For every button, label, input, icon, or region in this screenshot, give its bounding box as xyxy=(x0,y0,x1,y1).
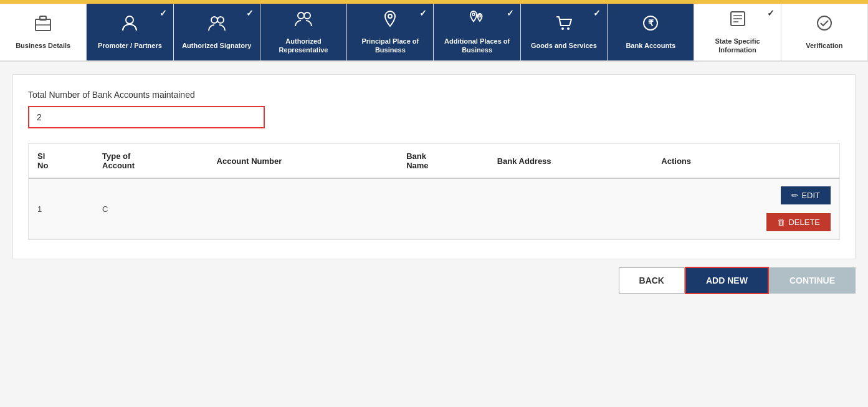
col-sl-no: SlNo xyxy=(29,144,93,178)
total-bank-accounts-input[interactable] xyxy=(28,106,265,128)
tab-verification[interactable]: Verification xyxy=(781,4,868,60)
svg-rect-1 xyxy=(40,16,46,20)
cell-account-number xyxy=(208,178,398,239)
tab-promoter-partners[interactable]: ✓ Promoter / Partners xyxy=(87,4,173,60)
back-button[interactable]: BACK xyxy=(619,267,685,294)
cell-type-account: C xyxy=(93,178,208,239)
svg-point-7 xyxy=(304,12,310,19)
tab-bank-accounts[interactable]: ₹ Bank Accounts xyxy=(608,4,694,60)
edit-button[interactable]: ✏ EDIT xyxy=(781,186,831,204)
tab-bank-label: Bank Accounts xyxy=(626,41,675,50)
svg-point-3 xyxy=(126,16,133,24)
state-icon xyxy=(729,10,746,33)
principal-checkmark: ✓ xyxy=(419,7,427,19)
svg-text:₹: ₹ xyxy=(648,18,654,28)
cell-bank-name xyxy=(398,178,489,239)
svg-point-4 xyxy=(211,17,217,23)
bank-accounts-table: SlNo Type ofAccount Account Number BankN… xyxy=(29,144,839,239)
tab-signatory-label: Authorized Signatory xyxy=(182,41,251,50)
col-bank-name: BankName xyxy=(398,144,489,178)
signatory-icon xyxy=(207,14,226,37)
delete-label: DELETE xyxy=(788,218,820,227)
additional-icon xyxy=(469,10,486,33)
cell-bank-address xyxy=(489,178,653,239)
svg-point-8 xyxy=(388,14,392,18)
cell-sl-no: 1 xyxy=(29,178,93,239)
svg-point-19 xyxy=(818,16,831,30)
action-buttons: ✏ EDIT 🗑 DELETE xyxy=(661,186,831,231)
state-checkmark: ✓ xyxy=(767,7,775,19)
promoter-checkmark: ✓ xyxy=(160,7,167,19)
col-type-account: Type ofAccount xyxy=(93,144,208,178)
business-details-icon xyxy=(34,14,52,37)
edit-icon: ✏ xyxy=(791,191,798,200)
svg-point-11 xyxy=(561,27,564,30)
tab-goods-services[interactable]: ✓ Goods and Services xyxy=(521,4,608,60)
edit-label: EDIT xyxy=(801,191,820,200)
col-bank-address: Bank Address xyxy=(489,144,653,178)
tab-promoter-label: Promoter / Partners xyxy=(98,41,162,50)
tab-principal-place[interactable]: ✓ Principal Place of Business xyxy=(347,4,434,60)
goods-checkmark: ✓ xyxy=(593,7,601,19)
bank-accounts-table-container: SlNo Type ofAccount Account Number BankN… xyxy=(28,143,840,240)
tab-rep-label: Authorized Representative xyxy=(264,37,343,55)
tab-verification-label: Verification xyxy=(806,41,842,50)
goods-icon xyxy=(555,14,573,37)
tab-state-label: State Specific Information xyxy=(698,37,776,55)
svg-point-10 xyxy=(479,15,481,17)
tab-additional-places[interactable]: ✓ Additional Places of Business xyxy=(434,4,520,60)
tab-business-details[interactable]: Business Details xyxy=(0,4,87,60)
svg-point-12 xyxy=(567,27,570,30)
tab-additional-label: Additional Places of Business xyxy=(437,37,516,55)
col-account-number: Account Number xyxy=(208,144,398,178)
tab-state-specific[interactable]: ✓ State Specific Information xyxy=(694,4,781,60)
rep-icon xyxy=(294,10,313,33)
bank-icon: ₹ xyxy=(642,14,659,37)
promoter-icon xyxy=(120,14,139,37)
nav-tabs: Business Details ✓ Promoter / Partners ✓… xyxy=(0,4,868,62)
tab-principal-label: Principal Place of Business xyxy=(351,37,429,55)
total-bank-label: Total Number of Bank Accounts maintained xyxy=(28,90,840,100)
svg-point-5 xyxy=(217,17,224,23)
content-area: Total Number of Bank Accounts maintained… xyxy=(12,74,856,259)
additional-checkmark: ✓ xyxy=(507,7,514,19)
principal-icon xyxy=(383,10,398,33)
svg-point-6 xyxy=(298,12,304,19)
continue-button[interactable]: CONTINUE xyxy=(769,267,856,294)
col-actions: Actions xyxy=(652,144,839,178)
delete-icon: 🗑 xyxy=(777,218,785,227)
delete-button[interactable]: 🗑 DELETE xyxy=(766,213,831,231)
tab-goods-label: Goods and Services xyxy=(531,41,597,50)
svg-point-9 xyxy=(472,13,475,16)
verification-icon xyxy=(816,14,833,37)
table-row: 1 C ✏ EDIT 🗑 DELETE xyxy=(29,178,839,239)
add-new-button[interactable]: ADD NEW xyxy=(685,267,769,294)
signatory-checkmark: ✓ xyxy=(246,7,254,19)
tab-business-details-label: Business Details xyxy=(16,41,70,50)
tab-authorized-rep[interactable]: Authorized Representative xyxy=(260,4,347,60)
footer-buttons: BACK ADD NEW CONTINUE xyxy=(12,267,856,294)
cell-actions: ✏ EDIT 🗑 DELETE xyxy=(652,178,839,239)
tab-authorized-signatory[interactable]: ✓ Authorized Signatory xyxy=(174,4,260,60)
